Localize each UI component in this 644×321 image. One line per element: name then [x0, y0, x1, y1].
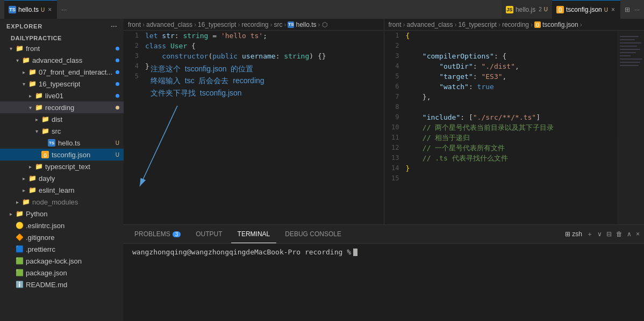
sidebar-item-advanced-class[interactable]: 📁 advanced_class — [0, 54, 124, 66]
minimap-right — [617, 31, 644, 224]
breadcrumb-right: front › advanced_class › 16_typescript ›… — [384, 19, 645, 30]
label-package-lock: package-lock.json — [26, 257, 82, 265]
terminal-add-icon[interactable]: ＋ — [586, 230, 593, 239]
panel-expand-icon[interactable]: ∧ — [627, 230, 632, 238]
rcode-line-7: 7 }, — [384, 92, 645, 102]
terminal-prompt: wangzhongqing@wangzhongqingdeMacBook-Pro… — [132, 248, 351, 256]
file-icon-gitignore: 🔶 — [15, 233, 24, 242]
sidebar-item-eslint-learn[interactable]: 📁 eslint_learn — [0, 184, 124, 196]
sidebar-item-src[interactable]: 📁 src — [0, 125, 124, 137]
tab-hello-ts-close[interactable]: × — [47, 5, 53, 14]
annotation-arrow-svg — [134, 106, 242, 202]
svg-rect-11 — [620, 65, 639, 66]
chevron-16 — [19, 79, 28, 88]
ts-icon: TS — [9, 6, 16, 13]
rcode-line-14: 14 } — [384, 163, 645, 173]
svg-rect-6 — [620, 49, 640, 50]
rcode-line-12: 12 // 一个星号代表所有文件 — [384, 143, 645, 153]
sidebar-item-hello-ts[interactable]: TS hello.ts U — [0, 137, 124, 149]
editor-right-pane: 1 { 2 3 "compilerOptions": { — [384, 31, 645, 224]
bc-r-16: 16_typescript — [459, 21, 497, 28]
tab-hello-js[interactable]: JS hello.js 2 U — [502, 0, 552, 19]
sidebar-item-gitignore[interactable]: 🔶 .gitignore — [0, 231, 124, 243]
bc-symbol: ⬡ — [322, 21, 327, 28]
panel-close-icon[interactable]: × — [636, 230, 640, 238]
folder-icon-dist: 📁 — [41, 115, 49, 123]
sidebar-more-icon[interactable]: ··· — [111, 23, 117, 30]
svg-rect-7 — [620, 52, 636, 53]
badge-recording — [116, 106, 119, 110]
bc-r-recording: recording — [502, 21, 529, 28]
sidebar-item-node-modules[interactable]: 📁 node_modules — [0, 196, 124, 208]
chevron-python — [6, 209, 15, 218]
file-icon-package-json: 🟩 — [15, 268, 24, 277]
svg-rect-9 — [620, 59, 642, 60]
code-editor-right[interactable]: 1 { 2 3 "compilerOptions": { — [384, 31, 645, 224]
tab-output-label: OUTPUT — [196, 230, 222, 238]
tab-debug-console[interactable]: DEBUG CONSOLE — [278, 225, 348, 243]
more-actions-icon[interactable]: ··· — [634, 6, 640, 13]
sidebar-item-front[interactable]: 📁 front — [0, 42, 124, 54]
rcode-line-10: 10 // 两个星号代表当前目录以及其下子目录 — [384, 122, 645, 133]
bc-tsconfig: tsconfig.json — [542, 21, 578, 28]
folder-icon-dayly: 📁 — [28, 174, 37, 183]
file-icon-package-lock: 🟩 — [15, 257, 24, 265]
tab-tsconfig-json[interactable]: {} tsconfig.json U × — [552, 0, 620, 19]
sidebar-item-readme[interactable]: ℹ️ README.md — [0, 279, 124, 290]
tab-output[interactable]: OUTPUT — [189, 225, 228, 243]
svg-rect-8 — [620, 55, 631, 56]
panel-right-actions: ⊞ zsh ＋ ∨ ⊟ 🗑 ∧ × — [565, 230, 640, 239]
tab-terminal[interactable]: TERMINAL — [231, 225, 277, 243]
label-eslint-learn: eslint_learn — [39, 186, 75, 194]
tab-hello-ts[interactable]: TS hello.ts U × — [4, 0, 57, 19]
bc-src: src — [274, 21, 282, 28]
bc-ts-icon: TS — [288, 21, 294, 28]
folder-icon-typescript-text: 📁 — [34, 162, 43, 171]
sidebar-item-typescript-text[interactable]: 📁 typescript_text — [0, 160, 124, 172]
rcode-line-6: 6 "watch": true — [384, 82, 645, 92]
split-editor-icon[interactable]: ⊞ — [625, 6, 630, 13]
sidebar-header: EXPLORER ··· — [0, 19, 124, 34]
tab-tsconfig-modified: U — [604, 7, 608, 13]
sidebar-item-dist[interactable]: 📁 dist — [0, 113, 124, 125]
badge-07 — [116, 70, 119, 74]
sidebar-item-live01[interactable]: 📁 live01 — [0, 90, 124, 101]
tab-problems[interactable]: PROBLEMS 3 — [128, 225, 187, 243]
folder-icon-advanced: 📁 — [22, 56, 30, 64]
svg-rect-10 — [620, 62, 640, 63]
rcode-line-8: 8 — [384, 102, 645, 112]
tab-tsconfig-close[interactable]: × — [610, 5, 616, 14]
label-recording: recording — [45, 104, 74, 112]
sidebar-item-python[interactable]: 📁 Python — [0, 208, 124, 220]
bc-r-front: front — [389, 21, 402, 28]
sidebar-item-16-ts[interactable]: 📁 16_typescript — [0, 78, 124, 90]
sidebar-item-prettierrc[interactable]: 🟦 .prettierrc — [0, 243, 124, 255]
sidebar-item-eslintrc[interactable]: 🟡 .eslintrc.json — [0, 220, 124, 231]
rcode-line-4: 4 "outDir": "./dist", — [384, 61, 645, 71]
terminal-content[interactable]: wangzhongqing@wangzhongqingdeMacBook-Pro… — [124, 244, 644, 321]
code-editor-left[interactable]: 1 let str: string = 'hello ts'; 2 class … — [124, 31, 384, 224]
sidebar-item-package-lock[interactable]: 🟩 package-lock.json — [0, 255, 124, 267]
terminal-chevron-icon[interactable]: ∨ — [597, 230, 602, 238]
code-line-3: 3 constructor(public username: string) {… — [124, 51, 384, 61]
minimap-svg — [617, 31, 644, 224]
bc-r-advanced: advanced_class — [407, 21, 453, 28]
chevron-dist — [32, 115, 41, 123]
tab-terminal-label: TERMINAL — [238, 230, 270, 238]
terminal-trash-icon[interactable]: 🗑 — [616, 230, 622, 238]
sidebar-item-dayly[interactable]: 📁 dayly — [0, 172, 124, 184]
code-line-1: 1 let str: string = 'hello ts'; — [124, 31, 384, 41]
tab-hello-js-modified: U — [544, 6, 548, 12]
label-tsconfig: tsconfig.json — [52, 151, 90, 159]
label-eslintrc: .eslintrc.json — [26, 222, 65, 230]
sidebar-item-recording[interactable]: 📁 recording — [0, 101, 124, 113]
sidebar-item-07-front[interactable]: 📁 07_front_end_interact... — [0, 66, 124, 78]
terminal-split-icon[interactable]: ⊟ — [606, 230, 612, 238]
annotation-line3: 文件夹下寻找 tsconfig.json — [151, 87, 333, 99]
sidebar-item-tsconfig[interactable]: {} tsconfig.json U — [0, 149, 124, 160]
sidebar-item-package-json[interactable]: 🟩 package.json — [0, 267, 124, 279]
tab-problems-label: PROBLEMS — [134, 230, 170, 238]
rcode-line-3: 3 "compilerOptions": { — [384, 51, 645, 61]
folder-icon-src: 📁 — [41, 127, 49, 135]
tab-more-left[interactable]: ··· — [57, 0, 71, 19]
